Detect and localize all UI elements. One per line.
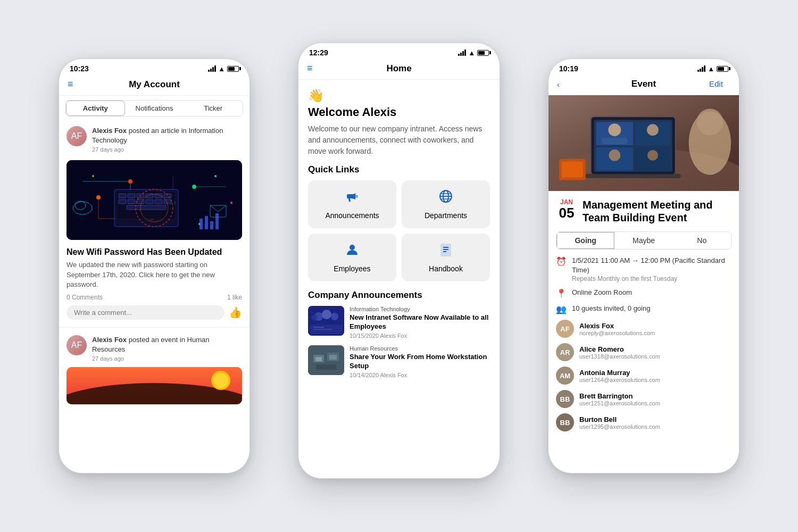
article-image: [66, 160, 242, 240]
rsvp-going[interactable]: Going: [556, 232, 614, 249]
svg-point-9: [96, 195, 101, 200]
rsvp-no[interactable]: No: [673, 232, 731, 249]
quick-link-label-employees: Employees: [334, 264, 370, 273]
quick-link-departments[interactable]: Departments: [402, 180, 490, 228]
quick-links-title: Quick Links: [308, 164, 490, 175]
svg-rect-15: [119, 194, 126, 198]
departments-icon: [438, 189, 453, 207]
comment-input[interactable]: [66, 305, 225, 320]
guest-name-4: Brett Barrington: [579, 392, 732, 400]
article-body: New Wifi Password Has Been Updated We up…: [59, 242, 250, 325]
time-right: 10:19: [559, 64, 578, 73]
menu-button[interactable]: ≡: [68, 79, 89, 90]
svg-point-32: [92, 175, 94, 177]
menu-button-center[interactable]: ≡: [307, 63, 328, 74]
battery-icon: [227, 66, 239, 72]
guest-name-5: Burton Bell: [579, 415, 732, 423]
svg-rect-40: [215, 213, 219, 229]
article-title: New Wifi Password Has Been Updated: [66, 247, 242, 257]
detail-recurrence: Repeats Monthly on the first Tuesday: [572, 275, 732, 282]
svg-rect-26: [164, 200, 171, 204]
quick-link-label-handbook: Handbook: [429, 264, 463, 273]
quick-link-label-departments: Departments: [425, 211, 467, 220]
home-content: 👋 Welcome Alexis Welcome to our new comp…: [298, 80, 500, 390]
phones-container: 10:23 ▲ ≡ My Account Activity: [27, 27, 771, 505]
guest-4: BB Brett Barrington user1251@axerosoluti…: [556, 390, 732, 408]
event-date: JAN 05: [557, 198, 576, 220]
guest-name-2: Alice Romero: [579, 345, 732, 353]
event-preview-image: [66, 367, 242, 404]
event-image: [548, 95, 739, 191]
ann-meta-2: 10/14/2020 Alexis Fox: [350, 372, 490, 378]
avatar-alexis-2: AF: [66, 335, 87, 355]
ann-category-2: Human Resources: [350, 345, 490, 352]
svg-point-51: [350, 245, 355, 250]
status-bar-left: 10:23 ▲: [59, 59, 250, 76]
svg-rect-87: [562, 162, 583, 178]
svg-rect-66: [315, 357, 322, 361]
announcement-body-2: Human Resources Share Your Work From Hom…: [350, 345, 490, 378]
status-bar-center: 12:29 ▲: [298, 43, 500, 60]
announcement-2[interactable]: Human Resources Share Your Work From Hom…: [308, 345, 490, 378]
status-bar-right: 10:19 ▲: [548, 59, 739, 76]
guest-avatar-2: AR: [556, 343, 574, 361]
back-button[interactable]: ‹: [557, 80, 578, 89]
comments-count: 0 Comments: [66, 294, 103, 301]
ann-title-2: Share Your Work From Home Workstation Se…: [350, 353, 490, 371]
announcement-1[interactable]: Information Technology New Intranet Soft…: [308, 306, 490, 339]
guest-name-1: Alexis Fox: [579, 322, 732, 330]
svg-point-78: [647, 124, 659, 136]
activity-item-1: AF Alexis Fox posted an article in Infor…: [59, 121, 250, 158]
ann-category-1: Information Technology: [350, 306, 490, 312]
guests-section: AF Alexis Fox noreply@axerosolutions.com…: [548, 320, 739, 431]
svg-rect-69: [316, 364, 336, 370]
svg-point-80: [609, 149, 620, 161]
employees-icon: [345, 242, 360, 260]
quick-link-handbook[interactable]: Handbook: [402, 234, 490, 281]
battery-icon-right: [717, 66, 728, 72]
quick-link-employees[interactable]: Employees: [308, 234, 396, 281]
svg-rect-76: [601, 138, 628, 144]
activity-text-1: Alexis Fox posted an article in Informat…: [92, 126, 242, 153]
tab-notifications[interactable]: Notifications: [125, 101, 184, 116]
activity-time-2: 27 days ago: [92, 355, 242, 362]
svg-rect-68: [329, 355, 337, 360]
tab-ticker[interactable]: Ticker: [184, 101, 243, 116]
quick-link-announcements[interactable]: Announcements: [308, 180, 396, 228]
activity-time-1: 27 days ago: [92, 146, 242, 153]
svg-point-85: [696, 109, 723, 135]
comment-box: 👍: [66, 305, 242, 320]
hamburger-icon[interactable]: ≡: [68, 79, 73, 89]
wifi-icon-right: ▲: [708, 65, 714, 73]
svg-point-58: [322, 310, 331, 319]
announcements-icon: [345, 189, 360, 207]
time-left: 10:23: [70, 64, 89, 73]
nav-bar-center: ≡ Home: [298, 60, 500, 80]
rsvp-maybe[interactable]: Maybe: [614, 232, 672, 249]
svg-rect-25: [155, 200, 162, 204]
event-title: Management Meeting and Team Building Eve…: [583, 198, 730, 224]
battery-icon-center: [477, 50, 489, 56]
welcome-desc: Welcome to our new company intranet. Acc…: [308, 123, 490, 157]
phone-right: 10:19 ▲ ‹ Event Edit: [548, 59, 739, 473]
signal-icon-center: [458, 49, 466, 56]
signal-icon-right: [697, 65, 705, 72]
svg-rect-20: [164, 194, 171, 198]
edit-label[interactable]: Edit: [709, 79, 723, 88]
clock-icon: ⏰: [556, 256, 567, 267]
guest-3: AM Antonia Murray user1264@axerosolution…: [556, 367, 732, 385]
edit-button[interactable]: Edit: [709, 79, 730, 89]
tab-activity[interactable]: Activity: [66, 101, 125, 116]
svg-point-44: [213, 373, 228, 388]
page-title-center: Home: [328, 63, 470, 74]
like-button[interactable]: 👍: [229, 306, 242, 319]
activity-feed: AF Alexis Fox posted an article in Infor…: [59, 121, 250, 473]
detail-guests: 10 guests invited, 0 going: [572, 304, 650, 313]
status-icons-right: ▲: [697, 65, 728, 73]
hamburger-icon-center[interactable]: ≡: [307, 63, 313, 73]
svg-rect-21: [119, 200, 126, 204]
svg-point-60: [311, 314, 318, 321]
back-icon[interactable]: ‹: [557, 80, 578, 89]
ann-meta-1: 10/15/2020 Alexis Fox: [350, 332, 490, 339]
guest-1: AF Alexis Fox noreply@axerosolutions.com: [556, 320, 732, 338]
